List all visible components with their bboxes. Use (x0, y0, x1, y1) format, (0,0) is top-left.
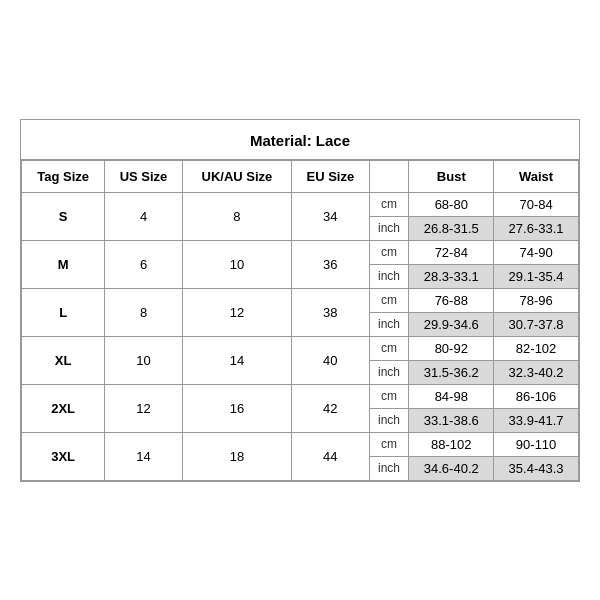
bust-cell: 84-98 (409, 384, 494, 408)
us-size-cell: 12 (105, 384, 183, 432)
waist-cell: 27.6-33.1 (494, 216, 579, 240)
eu-size-cell: 36 (292, 240, 370, 288)
waist-cell: 90-110 (494, 432, 579, 456)
bust-cell: 72-84 (409, 240, 494, 264)
us-size-cell: 6 (105, 240, 183, 288)
bust-cell: 26.8-31.5 (409, 216, 494, 240)
bust-cell: 29.9-34.6 (409, 312, 494, 336)
us-size-cell: 8 (105, 288, 183, 336)
bust-cell: 31.5-36.2 (409, 360, 494, 384)
eu-size-cell: 44 (292, 432, 370, 480)
header-bust: Bust (409, 160, 494, 192)
table-body: S4834cm68-8070-84inch26.8-31.527.6-33.1M… (22, 192, 579, 480)
tag-size-cell: M (22, 240, 105, 288)
eu-size-cell: 34 (292, 192, 370, 240)
uk-size-cell: 8 (182, 192, 291, 240)
waist-cell: 29.1-35.4 (494, 264, 579, 288)
table-row: S4834cm68-8070-84 (22, 192, 579, 216)
waist-cell: 30.7-37.8 (494, 312, 579, 336)
uk-size-cell: 14 (182, 336, 291, 384)
table-row: XL101440cm80-9282-102 (22, 336, 579, 360)
us-size-cell: 14 (105, 432, 183, 480)
tag-size-cell: S (22, 192, 105, 240)
unit-cell: inch (369, 360, 409, 384)
waist-cell: 78-96 (494, 288, 579, 312)
unit-cell: inch (369, 456, 409, 480)
header-unit (369, 160, 409, 192)
header-us-size: US Size (105, 160, 183, 192)
bust-cell: 68-80 (409, 192, 494, 216)
table-row: L81238cm76-8878-96 (22, 288, 579, 312)
chart-title: Material: Lace (21, 120, 579, 160)
header-tag-size: Tag Size (22, 160, 105, 192)
uk-size-cell: 10 (182, 240, 291, 288)
table-row: M61036cm72-8474-90 (22, 240, 579, 264)
bust-cell: 33.1-38.6 (409, 408, 494, 432)
tag-size-cell: 3XL (22, 432, 105, 480)
waist-cell: 82-102 (494, 336, 579, 360)
bust-cell: 28.3-33.1 (409, 264, 494, 288)
header-eu-size: EU Size (292, 160, 370, 192)
waist-cell: 32.3-40.2 (494, 360, 579, 384)
header-uk-au-size: UK/AU Size (182, 160, 291, 192)
unit-cell: inch (369, 216, 409, 240)
waist-cell: 74-90 (494, 240, 579, 264)
size-chart-wrapper: Material: Lace Tag Size US Size UK/AU Si… (20, 119, 580, 482)
uk-size-cell: 16 (182, 384, 291, 432)
eu-size-cell: 42 (292, 384, 370, 432)
bust-cell: 76-88 (409, 288, 494, 312)
unit-cell: cm (369, 288, 409, 312)
bust-cell: 34.6-40.2 (409, 456, 494, 480)
table-row: 3XL141844cm88-10290-110 (22, 432, 579, 456)
uk-size-cell: 18 (182, 432, 291, 480)
table-header-row: Tag Size US Size UK/AU Size EU Size Bust… (22, 160, 579, 192)
eu-size-cell: 40 (292, 336, 370, 384)
tag-size-cell: L (22, 288, 105, 336)
waist-cell: 70-84 (494, 192, 579, 216)
unit-cell: cm (369, 192, 409, 216)
unit-cell: inch (369, 264, 409, 288)
table-row: 2XL121642cm84-9886-106 (22, 384, 579, 408)
unit-cell: inch (369, 408, 409, 432)
eu-size-cell: 38 (292, 288, 370, 336)
us-size-cell: 10 (105, 336, 183, 384)
size-table: Tag Size US Size UK/AU Size EU Size Bust… (21, 160, 579, 481)
bust-cell: 80-92 (409, 336, 494, 360)
unit-cell: cm (369, 240, 409, 264)
us-size-cell: 4 (105, 192, 183, 240)
unit-cell: cm (369, 432, 409, 456)
tag-size-cell: 2XL (22, 384, 105, 432)
waist-cell: 86-106 (494, 384, 579, 408)
uk-size-cell: 12 (182, 288, 291, 336)
waist-cell: 35.4-43.3 (494, 456, 579, 480)
bust-cell: 88-102 (409, 432, 494, 456)
tag-size-cell: XL (22, 336, 105, 384)
waist-cell: 33.9-41.7 (494, 408, 579, 432)
unit-cell: cm (369, 384, 409, 408)
unit-cell: cm (369, 336, 409, 360)
unit-cell: inch (369, 312, 409, 336)
header-waist: Waist (494, 160, 579, 192)
